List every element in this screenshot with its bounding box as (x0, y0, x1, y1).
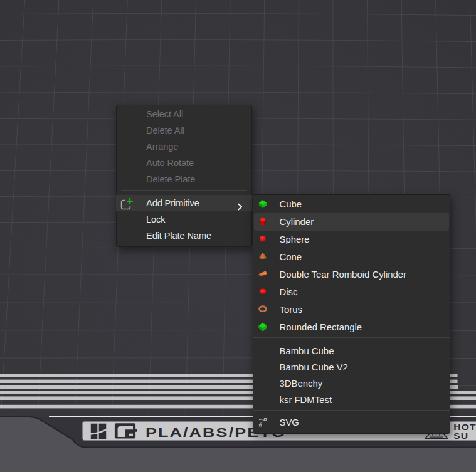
svg-text:SU: SU (453, 431, 468, 440)
svg-text:HOT: HOT (453, 423, 476, 432)
